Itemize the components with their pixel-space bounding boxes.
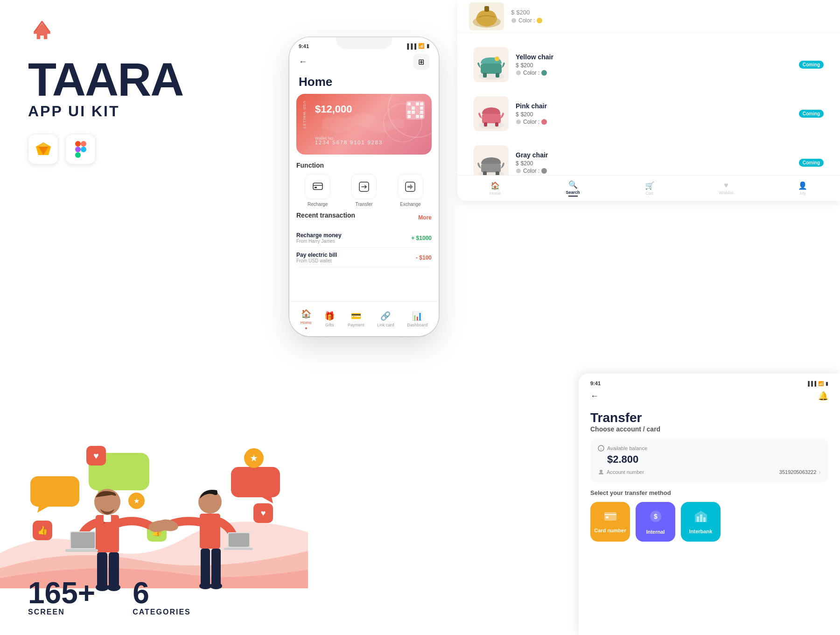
shop-cart-label: Cart — [645, 191, 653, 196]
method-internal-btn[interactable]: $ Internal — [636, 502, 675, 542]
svg-rect-35 — [229, 533, 249, 547]
svg-rect-41 — [313, 183, 322, 190]
product-price-0: $ $200 — [516, 62, 792, 69]
linkcard-nav-icon: 🔗 — [380, 311, 391, 321]
transaction-title-1: Pay electric bill — [296, 252, 337, 258]
shop-home-label: Home — [490, 191, 501, 196]
more-link[interactable]: More — [418, 214, 432, 221]
function-item-recharge[interactable]: Recharge — [296, 174, 339, 207]
gifts-nav-icon: 🎁 — [324, 311, 335, 321]
svg-rect-5 — [75, 141, 81, 147]
phone-time: 9:41 — [299, 43, 309, 49]
function-title: Function — [296, 162, 432, 169]
function-section: Function Recharge Transfer — [289, 162, 439, 212]
svg-rect-52 — [496, 73, 499, 78]
product-name-1: Pink chair — [516, 102, 792, 110]
shop-home-icon: 🏠 — [490, 181, 500, 190]
color-dot-2 — [541, 168, 547, 174]
transfer-method-title: Select your transfer method — [590, 489, 828, 496]
svg-point-59 — [516, 120, 521, 124]
shop-nav-my[interactable]: 👤 My — [798, 181, 807, 196]
nav-item-linkcard[interactable]: 🔗 Link card — [377, 311, 394, 327]
account-card[interactable]: i Available balance $2.800 Account numbe… — [590, 438, 828, 482]
home-title-area: Home — [289, 75, 439, 94]
nav-item-home[interactable]: 🏠 Home — [301, 309, 312, 329]
phone-notch — [336, 37, 392, 49]
svg-point-39 — [329, 117, 343, 131]
nav-item-gifts[interactable]: 🎁 Gifts — [324, 311, 335, 327]
tool-icons — [28, 134, 275, 164]
nav-label-payment: Payment — [348, 323, 364, 327]
internal-method-icon: $ — [649, 509, 663, 526]
svg-rect-29 — [200, 514, 220, 549]
interbank-method-icon — [694, 510, 708, 526]
heart-icon: ♥ — [86, 446, 106, 466]
product-item-1[interactable]: Pink chair $ $200 Color : Coming — [469, 92, 828, 136]
transfer-bell-icon[interactable]: 🔔 — [818, 391, 828, 401]
transfer-screen: 9:41 ▐▐▐ 📶 ▮ ← 🔔 Transfer Choose account… — [579, 374, 840, 635]
color-dot-0 — [541, 70, 547, 76]
payment-nav-icon: 💳 — [351, 311, 361, 321]
partial-product-img — [469, 2, 504, 30]
svg-rect-51 — [483, 73, 487, 78]
svg-rect-56 — [482, 114, 501, 123]
shop-nav-home[interactable]: 🏠 Home — [490, 181, 501, 196]
nav-item-payment[interactable]: 💳 Payment — [348, 311, 364, 327]
svg-rect-8 — [75, 152, 81, 158]
shop-nav-cart[interactable]: 🛒 Cart — [645, 181, 654, 196]
product-color-2: Color : — [516, 168, 792, 174]
shop-nav-wishlist[interactable]: ♥ Wishlist — [719, 181, 733, 195]
product-info-0: Yellow chair $ $200 Color : — [516, 53, 792, 76]
exchange-label: Exchange — [400, 202, 420, 207]
method-card-number-btn[interactable]: Card number — [590, 502, 630, 542]
qr-button[interactable]: ⊞ — [413, 54, 429, 70]
nav-label-home: Home — [301, 320, 312, 325]
back-arrow[interactable]: ← — [299, 57, 307, 67]
product-color-0: Color : — [516, 70, 792, 76]
left-section: TAARA APP UI KIT — [0, 0, 303, 635]
transfer-title: Transfer — [590, 410, 828, 425]
svg-rect-27 — [104, 522, 105, 523]
stat-screens: 165+ SCREEN — [28, 578, 95, 616]
svg-rect-26 — [104, 515, 107, 520]
svg-point-64 — [516, 169, 521, 173]
wifi-icon: 📶 — [418, 43, 425, 49]
partial-price: $ $200 — [511, 9, 828, 16]
transaction-title-0: Recharge money — [296, 232, 342, 239]
shop-nav-search[interactable]: 🔍 Search — [566, 180, 580, 197]
transfer-signal-icon: ▐▐▐ — [806, 381, 816, 386]
function-item-transfer[interactable]: Transfer — [343, 174, 385, 207]
transfer-battery-icon: ▮ — [826, 381, 828, 386]
method-interbank-btn[interactable]: Interbank — [681, 502, 721, 542]
home-nav-icon: 🏠 — [301, 309, 311, 319]
phone-frame: 9:41 ▐▐▐ 📶 ▮ ← ⊞ Home USD wallet — [289, 37, 439, 336]
shop-search-icon: 🔍 — [568, 180, 578, 189]
nav-item-dashboard[interactable]: 📊 Dashboard — [407, 311, 427, 327]
svg-rect-25 — [65, 549, 98, 552]
shop-cart-icon: 🛒 — [645, 181, 654, 190]
shop-wishlist-icon: ♥ — [724, 181, 728, 190]
card-method-icon — [603, 510, 617, 525]
svg-point-40 — [364, 113, 383, 131]
shopping-bottom-nav: 🏠 Home 🔍 Search 🛒 Cart ♥ Wishlist 👤 My — [457, 175, 840, 201]
sketch-icon — [28, 134, 58, 164]
battery-icon: ▮ — [427, 43, 429, 49]
chevron-right-icon: › — [819, 468, 821, 476]
brand-title: TAARA — [28, 56, 275, 103]
shop-search-label: Search — [566, 190, 580, 195]
svg-rect-6 — [81, 141, 86, 147]
svg-point-33 — [210, 583, 222, 589]
svg-rect-58 — [495, 122, 498, 127]
partial-product: $ $200 Color : — [457, 0, 840, 33]
phone-bottom-nav: 🏠 Home 🎁 Gifts 💳 Payment 🔗 Link card — [289, 301, 439, 336]
phone-home-title: Home — [299, 75, 429, 89]
phone-screen: 9:41 ▐▐▐ 📶 ▮ ← ⊞ Home USD wallet — [289, 37, 439, 336]
function-item-exchange[interactable]: Exchange — [389, 174, 432, 207]
balance-label: i Available balance — [598, 445, 821, 452]
product-item-0[interactable]: Yellow chair $ $200 Color : Coming — [469, 42, 828, 87]
transfer-back-arrow[interactable]: ← — [590, 391, 599, 401]
credit-card: USD wallet $12,000 Wallet No. 1234 5678 … — [296, 94, 432, 155]
svg-rect-74 — [697, 516, 699, 522]
transfer-time: 9:41 — [590, 381, 601, 386]
svg-text:$: $ — [654, 513, 658, 520]
